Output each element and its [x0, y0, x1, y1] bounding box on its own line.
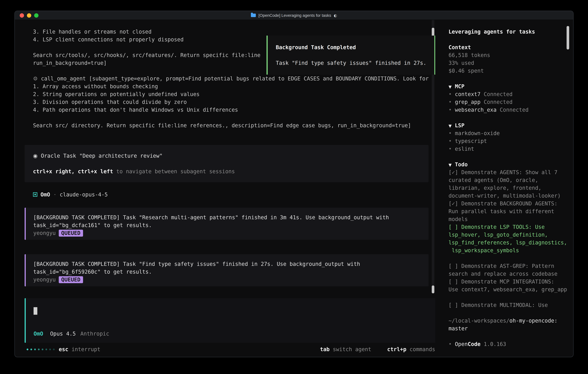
zoom-button[interactable] [34, 13, 39, 18]
input-provider-name: Anthropic [80, 330, 109, 338]
message-line: [BACKGROUND TASK COMPLETED] Task "Resear… [33, 213, 429, 221]
background-task-message: [BACKGROUND TASK COMPLETED] Task "Resear… [25, 208, 429, 240]
context-used: 33% used [449, 59, 573, 67]
context-header: Context [449, 43, 573, 51]
ctrlp-key-label: commands [410, 345, 435, 353]
terminal-window: [OpenCode] Leveraging agents for tasks ◐… [14, 11, 574, 357]
todo-line-active: [ ] Demonstrate LSP TOOLS: Use [449, 223, 573, 231]
tab-key-hint: tab [320, 345, 330, 353]
ctrlp-key-hint: ctrl+p [387, 345, 406, 353]
message-author: yeongyu [33, 229, 56, 237]
toast-title: Background Task Completed [276, 43, 434, 51]
screen: [OpenCode] Leveraging agents for tasks ◐… [0, 0, 588, 374]
todo-line: [ ] Demonstrate MCP INTEGRATIONS: [449, 278, 573, 285]
sidebar-scrollbar-thumb[interactable] [567, 26, 569, 50]
tool-call-item: 1. Array access without bounds checking [33, 83, 443, 90]
todo-line: [✓] Demonstrate BACKGROUND AGENTS: [449, 200, 573, 208]
half-moon-icon: ◐ [334, 13, 337, 18]
status-badge: QUEUED [59, 276, 83, 283]
spinner-dots [27, 348, 55, 350]
output-line: 3. File handles or streams not closed [33, 28, 443, 36]
workspace-branch: master [449, 324, 573, 332]
chat-area: Background Task Completed Task "Find typ… [15, 20, 443, 357]
workspace-path: ~/local-workspaces/oh-my-opencode: [449, 317, 573, 324]
background-task-message: [BACKGROUND TASK COMPLETED] Task "Find t… [25, 254, 429, 286]
chevron-down-icon: ▼ [449, 163, 452, 167]
todo-line: librarian, explore, frontend, [449, 184, 573, 192]
esc-key-hint: esc [59, 345, 68, 353]
session-title: Leveraging agents for tasks [449, 28, 573, 36]
lsp-item: •eslint [449, 145, 573, 153]
todo-line-active: lsp_workspace_symbols [449, 246, 573, 254]
titlebar: [OpenCode] Leveraging agents for tasks ◐ [15, 11, 573, 20]
status-bar: esc interrupt tab switch agent ctrl+p co… [27, 345, 435, 353]
mcp-section-header[interactable]: ▼ MCP [449, 83, 573, 90]
lsp-item: •markdown-oxide [449, 129, 573, 137]
todo-line-active: lsp_find_references, lsp_diagnostics, [449, 239, 573, 246]
tool-call-footer: Search src/ directory. Return specific f… [33, 122, 443, 129]
todo-line: [✓] Demonstrate AGENTS: Show all 7 [449, 168, 573, 176]
mcp-item: •context7Connected [449, 90, 573, 98]
chevron-down-icon: ▼ [449, 124, 452, 128]
bullet-icon: • [449, 137, 455, 145]
input-model-name: Opus 4.5 [50, 330, 76, 338]
oracle-task-title: Oracle Task "Deep architecture review" [41, 153, 163, 159]
tool-call-item: 3. Division operations that could divide… [33, 98, 443, 106]
tool-call-header: ⚙ call_omo_agent [subagent_type=explore,… [33, 75, 443, 83]
todo-line-active: lsp_hover, lsp_goto_definition, [449, 231, 573, 239]
text-cursor [33, 307, 37, 315]
bullet-icon: • [449, 129, 455, 137]
message-line: task_id="bg_6f59260c" to get results. [33, 268, 429, 276]
agent-icon [33, 192, 37, 197]
todo-line: document-writer, multimodal-looker) [449, 192, 573, 200]
background-task-toast[interactable]: Background Task Completed Task "Find typ… [266, 36, 435, 75]
todo-line: [ ] Demonstrate MULTIMODAL: Use [449, 301, 573, 309]
status-badge: QUEUED [59, 229, 83, 237]
window-title: [OpenCode] Leveraging agents for tasks [258, 13, 331, 18]
close-button[interactable] [20, 13, 24, 18]
context-spent: $0.46 spent [449, 67, 573, 75]
mcp-item: •grep_appConnected [449, 98, 573, 106]
traffic-lights [20, 13, 39, 18]
tool-call-item: 4. Path operations that don't handle Win… [33, 106, 443, 114]
gear-icon: ⚙ [33, 75, 38, 82]
message-line: task_id="bg_dcfac161" to get results. [33, 221, 429, 229]
lsp-section-header[interactable]: ▼ LSP [449, 122, 573, 129]
separator-dot: · [53, 191, 56, 198]
bullet-icon: • [449, 145, 455, 153]
fisheye-icon: ◉ [33, 153, 38, 159]
agent-header: OmO · claude-opus-4-5 [33, 191, 443, 198]
bullet-icon: • [449, 340, 455, 348]
message-author: yeongyu [33, 276, 56, 283]
mcp-item: •websearch_exaConnected [449, 106, 573, 114]
todo-line: Run parallel tasks with different [449, 208, 573, 215]
bullet-icon: • [449, 106, 455, 114]
bullet-icon: • [449, 90, 455, 98]
bullet-icon: • [449, 98, 455, 106]
oracle-task-panel[interactable]: ◉ Oracle Task "Deep architecture review"… [25, 145, 429, 182]
tool-call-item: 2. String operations on potentially unde… [33, 90, 443, 98]
context-tokens: 66,518 tokens [449, 51, 573, 59]
tab-key-label: switch agent [333, 345, 371, 353]
folder-icon [251, 14, 256, 17]
todo-line: [ ] Demonstrate AST-GREP: Pattern [449, 262, 573, 270]
toast-body: Task "Find type safety issues" finished … [276, 59, 434, 67]
main-scrollbar-thumb[interactable] [432, 285, 434, 293]
chevron-down-icon: ▼ [449, 84, 452, 89]
todo-line: curated agents (OmO, oracle, [449, 176, 573, 184]
prompt-input[interactable]: OmO Opus 4.5 Anthropic [25, 298, 435, 343]
todo-line: Use context7, websearch_exa, grep_app [449, 285, 573, 293]
minimize-button[interactable] [27, 13, 31, 18]
agent-model: claude-opus-4-5 [60, 191, 108, 198]
input-agent-name: OmO [33, 330, 43, 338]
lsp-item: •typescript [449, 137, 573, 145]
esc-key-label: interrupt [72, 345, 100, 353]
todo-section-header[interactable]: ▼ Todo [449, 161, 573, 168]
todo-line: models [449, 215, 573, 223]
session-sidebar: Leveraging agents for tasks Context 66,5… [443, 20, 573, 357]
todo-line: search and replace across codebase [449, 270, 573, 278]
agent-name: OmO [41, 191, 50, 198]
app-version: •OpenCode1.0.163 [449, 340, 573, 348]
subagent-navigation-hint: ctrl+x right, ctrl+x left to navigate be… [33, 167, 429, 175]
message-line: [BACKGROUND TASK COMPLETED] Task "Find t… [33, 260, 429, 268]
